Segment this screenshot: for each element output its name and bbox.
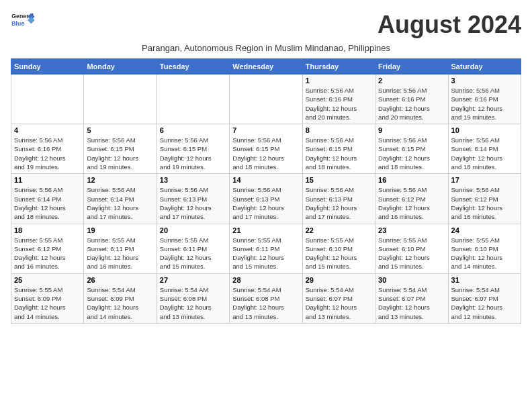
day-info: Sunrise: 5:55 AM Sunset: 6:11 PM Dayligh… [87, 236, 153, 271]
calendar-cell: 30Sunrise: 5:54 AM Sunset: 6:07 PM Dayli… [375, 273, 448, 323]
calendar-cell: 17Sunrise: 5:56 AM Sunset: 6:12 PM Dayli… [448, 174, 521, 224]
day-number: 23 [378, 226, 445, 234]
day-info: Sunrise: 5:55 AM Sunset: 6:11 PM Dayligh… [232, 236, 299, 271]
day-info: Sunrise: 5:56 AM Sunset: 6:13 PM Dayligh… [232, 185, 299, 221]
logo-icon: General Blue [11, 11, 35, 31]
day-info: Sunrise: 5:54 AM Sunset: 6:07 PM Dayligh… [451, 285, 518, 321]
day-number: 5 [87, 126, 153, 134]
calendar-cell [230, 75, 302, 124]
day-info: Sunrise: 5:54 AM Sunset: 6:09 PM Dayligh… [87, 285, 153, 321]
day-info: Sunrise: 5:56 AM Sunset: 6:15 PM Dayligh… [87, 136, 153, 171]
calendar-cell: 7Sunrise: 5:56 AM Sunset: 6:15 PM Daylig… [230, 124, 302, 174]
week-row-1: 1Sunrise: 5:56 AM Sunset: 6:16 PM Daylig… [11, 75, 521, 124]
day-info: Sunrise: 5:54 AM Sunset: 6:07 PM Dayligh… [378, 285, 445, 321]
day-info: Sunrise: 5:54 AM Sunset: 6:08 PM Dayligh… [232, 285, 299, 321]
day-number: 24 [451, 226, 518, 234]
calendar-cell: 6Sunrise: 5:56 AM Sunset: 6:15 PM Daylig… [157, 124, 229, 174]
day-info: Sunrise: 5:55 AM Sunset: 6:12 PM Dayligh… [14, 236, 81, 271]
day-number: 8 [306, 126, 372, 134]
header-wednesday: Wednesday [230, 59, 302, 75]
week-row-3: 11Sunrise: 5:56 AM Sunset: 6:14 PM Dayli… [11, 174, 521, 224]
day-number: 17 [451, 176, 518, 184]
day-number: 16 [378, 176, 445, 184]
day-number: 3 [451, 77, 518, 85]
calendar-cell: 3Sunrise: 5:56 AM Sunset: 6:16 PM Daylig… [448, 75, 521, 124]
header-sunday: Sunday [11, 59, 84, 75]
day-info: Sunrise: 5:56 AM Sunset: 6:16 PM Dayligh… [378, 86, 445, 122]
day-number: 2 [378, 77, 445, 85]
day-info: Sunrise: 5:54 AM Sunset: 6:08 PM Dayligh… [160, 285, 226, 321]
day-number: 9 [378, 126, 445, 134]
day-info: Sunrise: 5:55 AM Sunset: 6:11 PM Dayligh… [160, 236, 226, 271]
svg-text:Blue: Blue [11, 20, 24, 27]
day-info: Sunrise: 5:56 AM Sunset: 6:12 PM Dayligh… [378, 185, 445, 221]
header: General Blue August 2024 [11, 11, 521, 39]
calendar-cell: 14Sunrise: 5:56 AM Sunset: 6:13 PM Dayli… [230, 174, 302, 224]
day-number: 30 [378, 276, 445, 284]
day-number: 31 [451, 276, 518, 284]
day-info: Sunrise: 5:55 AM Sunset: 6:09 PM Dayligh… [14, 285, 81, 321]
month-title: August 2024 [378, 11, 521, 39]
calendar-cell: 20Sunrise: 5:55 AM Sunset: 6:11 PM Dayli… [157, 224, 229, 273]
header-thursday: Thursday [302, 59, 375, 75]
day-info: Sunrise: 5:56 AM Sunset: 6:15 PM Dayligh… [306, 136, 372, 171]
day-number: 15 [306, 176, 372, 184]
day-info: Sunrise: 5:55 AM Sunset: 6:10 PM Dayligh… [306, 236, 372, 271]
day-info: Sunrise: 5:55 AM Sunset: 6:10 PM Dayligh… [378, 236, 445, 271]
day-number: 11 [14, 176, 81, 184]
day-info: Sunrise: 5:56 AM Sunset: 6:14 PM Dayligh… [14, 185, 81, 221]
day-info: Sunrise: 5:56 AM Sunset: 6:15 PM Dayligh… [378, 136, 445, 171]
day-number: 12 [87, 176, 153, 184]
day-info: Sunrise: 5:54 AM Sunset: 6:07 PM Dayligh… [306, 285, 372, 321]
header-friday: Friday [375, 59, 448, 75]
day-number: 1 [306, 77, 372, 85]
calendar-subtitle: Parangan, Autonomous Region in Muslim Mi… [11, 43, 521, 53]
day-number: 20 [160, 226, 226, 234]
day-number: 26 [87, 276, 153, 284]
week-row-4: 18Sunrise: 5:55 AM Sunset: 6:12 PM Dayli… [11, 224, 521, 273]
calendar-table: SundayMondayTuesdayWednesdayThursdayFrid… [11, 58, 521, 324]
day-number: 13 [160, 176, 226, 184]
calendar-cell: 2Sunrise: 5:56 AM Sunset: 6:16 PM Daylig… [375, 75, 448, 124]
calendar-cell: 25Sunrise: 5:55 AM Sunset: 6:09 PM Dayli… [11, 273, 84, 323]
day-number: 25 [14, 276, 81, 284]
calendar-cell: 8Sunrise: 5:56 AM Sunset: 6:15 PM Daylig… [302, 124, 375, 174]
calendar-cell: 16Sunrise: 5:56 AM Sunset: 6:12 PM Dayli… [375, 174, 448, 224]
day-number: 22 [306, 226, 372, 234]
day-number: 6 [160, 126, 226, 134]
day-number: 10 [451, 126, 518, 134]
day-info: Sunrise: 5:56 AM Sunset: 6:13 PM Dayligh… [160, 185, 226, 221]
day-number: 19 [87, 226, 153, 234]
calendar-cell: 28Sunrise: 5:54 AM Sunset: 6:08 PM Dayli… [230, 273, 302, 323]
calendar-cell: 31Sunrise: 5:54 AM Sunset: 6:07 PM Dayli… [448, 273, 521, 323]
day-number: 18 [14, 226, 81, 234]
calendar-cell [157, 75, 229, 124]
calendar-cell: 19Sunrise: 5:55 AM Sunset: 6:11 PM Dayli… [84, 224, 157, 273]
calendar-cell: 27Sunrise: 5:54 AM Sunset: 6:08 PM Dayli… [157, 273, 229, 323]
days-header-row: SundayMondayTuesdayWednesdayThursdayFrid… [11, 59, 521, 75]
day-info: Sunrise: 5:55 AM Sunset: 6:10 PM Dayligh… [451, 236, 518, 271]
calendar-cell: 5Sunrise: 5:56 AM Sunset: 6:15 PM Daylig… [84, 124, 157, 174]
calendar-cell: 26Sunrise: 5:54 AM Sunset: 6:09 PM Dayli… [84, 273, 157, 323]
day-number: 29 [306, 276, 372, 284]
day-info: Sunrise: 5:56 AM Sunset: 6:15 PM Dayligh… [232, 136, 299, 171]
calendar-cell: 15Sunrise: 5:56 AM Sunset: 6:13 PM Dayli… [302, 174, 375, 224]
calendar-cell: 10Sunrise: 5:56 AM Sunset: 6:14 PM Dayli… [448, 124, 521, 174]
day-info: Sunrise: 5:56 AM Sunset: 6:14 PM Dayligh… [87, 185, 153, 221]
day-number: 28 [232, 276, 299, 284]
day-info: Sunrise: 5:56 AM Sunset: 6:16 PM Dayligh… [306, 86, 372, 122]
week-row-5: 25Sunrise: 5:55 AM Sunset: 6:09 PM Dayli… [11, 273, 521, 323]
day-info: Sunrise: 5:56 AM Sunset: 6:13 PM Dayligh… [306, 185, 372, 221]
calendar-cell: 22Sunrise: 5:55 AM Sunset: 6:10 PM Dayli… [302, 224, 375, 273]
day-number: 21 [232, 226, 299, 234]
calendar-cell: 23Sunrise: 5:55 AM Sunset: 6:10 PM Dayli… [375, 224, 448, 273]
calendar-cell: 12Sunrise: 5:56 AM Sunset: 6:14 PM Dayli… [84, 174, 157, 224]
day-number: 4 [14, 126, 81, 134]
week-row-2: 4Sunrise: 5:56 AM Sunset: 6:16 PM Daylig… [11, 124, 521, 174]
day-info: Sunrise: 5:56 AM Sunset: 6:16 PM Dayligh… [451, 86, 518, 122]
logo: General Blue [11, 11, 35, 31]
calendar-cell: 13Sunrise: 5:56 AM Sunset: 6:13 PM Dayli… [157, 174, 229, 224]
calendar-cell: 1Sunrise: 5:56 AM Sunset: 6:16 PM Daylig… [302, 75, 375, 124]
calendar-cell [11, 75, 84, 124]
calendar-cell: 29Sunrise: 5:54 AM Sunset: 6:07 PM Dayli… [302, 273, 375, 323]
